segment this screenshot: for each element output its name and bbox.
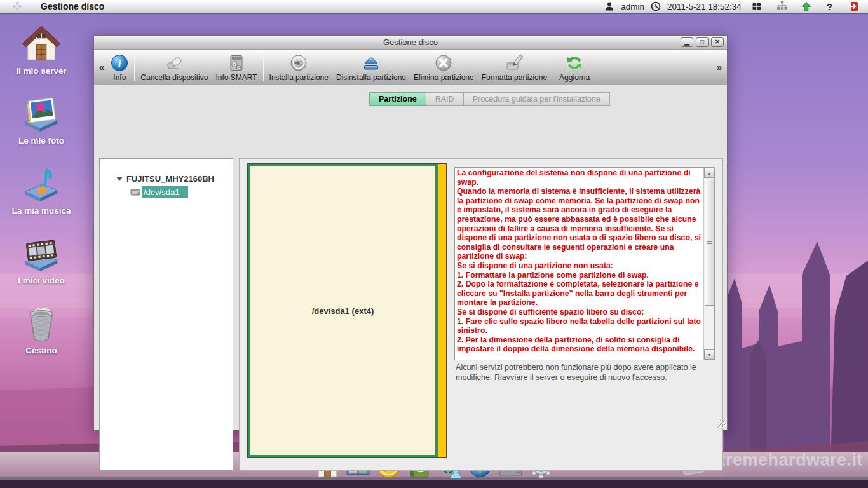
scroll-down-button[interactable]: ▼	[704, 349, 714, 360]
toolbar-overflow-right-icon[interactable]: »	[714, 62, 724, 72]
toolbar-button-label: Installa partizione	[269, 73, 329, 82]
toolbar-button-uninstall-partition[interactable]: Disinstalla partizione	[332, 50, 410, 85]
free-space-strip[interactable]	[438, 164, 446, 458]
swap-warning-box: La configurazione del sistema non dispon…	[454, 167, 715, 360]
warning-line: 1. Formattare la partizione come partizi…	[457, 271, 702, 280]
username[interactable]: admin	[621, 2, 644, 11]
swap-warning-text: La configurazione del sistema non dispon…	[455, 168, 703, 360]
desktop-icon-label: Il mio server	[10, 66, 73, 76]
toolbar-button-info[interactable]: i Info	[107, 50, 132, 85]
photos-icon	[22, 94, 61, 133]
toolbar-separator	[263, 53, 264, 81]
warning-line: 2. Dopo la formattazione è completata, s…	[457, 280, 702, 308]
device-name: FUJITSU_MHY2160BH	[126, 174, 214, 184]
page-title: Gestione disco	[41, 1, 104, 11]
toolbar-button-label: Info	[113, 73, 126, 82]
desktop-icon-label: Le mie foto	[10, 136, 73, 146]
toolbar-button-smart-info[interactable]: Info SMART	[212, 50, 261, 85]
window-toolbar: « i Info Cancella dispositivo	[94, 50, 727, 85]
toolbar-separator	[134, 53, 135, 81]
toolbar-button-label: Aggiorna	[559, 73, 590, 82]
scrollbar-thumb[interactable]	[705, 179, 714, 306]
close-button[interactable]: ✕	[711, 37, 724, 47]
scroll-up-button[interactable]: ▲	[704, 168, 714, 178]
toolbar-button-label: Formatta partizione	[482, 73, 547, 82]
desktop-icon-label: Cestino	[10, 346, 73, 355]
toolbar-button-label: Cancella dispositivo	[140, 73, 208, 82]
tab-install-wizard[interactable]: Procedura guidata per l'installazione	[464, 92, 610, 106]
tree-partition-row[interactable]: /dev/sda1	[130, 186, 233, 198]
toolbar-button-label: Elimina partizione	[414, 73, 474, 82]
warning-line: La configurazione del sistema non dispon…	[457, 168, 702, 187]
clock-icon	[651, 1, 661, 11]
partition-main-panel: /dev/sda1 (ext4) La configurazione del s…	[239, 158, 723, 471]
minimize-button[interactable]: ▁	[681, 37, 693, 47]
eraser-icon	[165, 54, 183, 72]
apps-grid-icon[interactable]	[752, 1, 762, 11]
desktop-icon-label: I miei video	[10, 276, 73, 285]
desktop-icon-my-server[interactable]: Il mio server	[10, 24, 73, 76]
logout-icon[interactable]	[849, 1, 859, 11]
expand-triangle-icon[interactable]	[116, 177, 123, 181]
info-icon: i	[111, 54, 128, 72]
warning-line: 2. Per la dimensione della partizione, d…	[457, 336, 702, 354]
tab-raid[interactable]: RAID	[426, 92, 464, 106]
warning-line: Se si dispone di sufficiente spazio libe…	[457, 308, 702, 317]
tab-bar: Partizione RAID Procedura guidata per l'…	[369, 92, 610, 106]
toolbar-overflow-left-icon[interactable]: «	[97, 62, 107, 72]
videos-icon	[22, 234, 61, 273]
vertical-scrollbar[interactable]: ▲ ▼	[703, 168, 714, 360]
mount-plug-icon	[290, 54, 308, 72]
maximize-button[interactable]: □	[696, 37, 709, 47]
eject-icon	[362, 54, 380, 72]
desktop-icon-my-videos[interactable]: I miei video	[10, 234, 73, 285]
window-titlebar[interactable]: Gestione disco ▁ □ ✕	[94, 36, 727, 50]
toolbar-button-erase-device[interactable]: Cancella dispositivo	[137, 50, 212, 85]
window-content: Partizione RAID Procedura guidata per l'…	[94, 85, 727, 430]
toolbar-button-delete-partition[interactable]: Elimina partizione	[410, 50, 478, 85]
help-icon[interactable]: ?	[823, 1, 836, 12]
upload-arrow-icon[interactable]	[801, 1, 811, 11]
partition-block-label: /dev/sda1 (ext4)	[312, 306, 374, 316]
warning-line: 1. Fare clic sullo spazio libero nella t…	[457, 317, 702, 336]
music-icon	[22, 164, 61, 203]
scrollbar-grip	[707, 240, 712, 244]
toolbar-separator	[553, 53, 553, 81]
partition-map[interactable]: /dev/sda1 (ext4)	[247, 163, 447, 458]
network-sitemap-icon[interactable]	[777, 1, 787, 11]
device-tree-panel: FUJITSU_MHY2160BH /dev/sda1	[99, 158, 233, 471]
disk-management-window: Gestione disco ▁ □ ✕ « i Info	[93, 35, 728, 430]
partition-block[interactable]: /dev/sda1 (ext4)	[248, 164, 438, 458]
services-note: Alcuni servizi potrebbero non funzionare…	[456, 362, 715, 383]
warning-line: Quando la memoria di sistema è insuffici…	[457, 187, 702, 261]
hdd-icon	[130, 187, 141, 197]
partition-name-selected: /dev/sda1	[142, 186, 188, 198]
smart-disk-icon	[227, 54, 245, 72]
desktop-icon-label: La mia musica	[10, 206, 73, 215]
desktop-icon-trash[interactable]: Cestino	[10, 304, 73, 355]
topbar: Gestione disco admin 2011-5-21 18:52:34 …	[0, 0, 868, 14]
toolbar-button-format-partition[interactable]: Formatta partizione	[478, 50, 551, 85]
toolbar-button-label: Info SMART	[215, 73, 257, 82]
toolbar-button-label: Disinstalla partizione	[336, 73, 406, 82]
toolbar-button-install-partition[interactable]: Installa partizione	[266, 50, 332, 85]
svg-text:i: i	[118, 57, 121, 69]
refresh-icon	[566, 54, 583, 72]
delete-x-icon	[435, 54, 452, 72]
window-title: Gestione disco	[383, 37, 438, 47]
window-controls: ▁ □ ✕	[681, 37, 724, 47]
house-icon	[22, 24, 61, 64]
trash-icon	[22, 304, 61, 343]
warning-line: Se si dispone di una partizione non usat…	[457, 261, 702, 271]
datetime: 2011-5-21 18:52:34	[667, 2, 742, 11]
toolbar-button-refresh[interactable]: Aggiorna	[555, 50, 593, 85]
window-resize-grip[interactable]	[717, 420, 726, 428]
user-icon	[604, 1, 614, 11]
desktop-icon-my-music[interactable]: La mia musica	[10, 164, 73, 215]
tab-partition[interactable]: Partizione	[369, 92, 426, 106]
desktop: Gestione disco admin 2011-5-21 18:52:34 …	[0, 0, 868, 488]
app-logo-icon	[11, 1, 23, 12]
tree-device-row[interactable]: FUJITSU_MHY2160BH	[116, 174, 233, 184]
desktop-icon-my-photos[interactable]: Le mie foto	[10, 94, 73, 146]
format-pencil-icon	[505, 54, 523, 72]
